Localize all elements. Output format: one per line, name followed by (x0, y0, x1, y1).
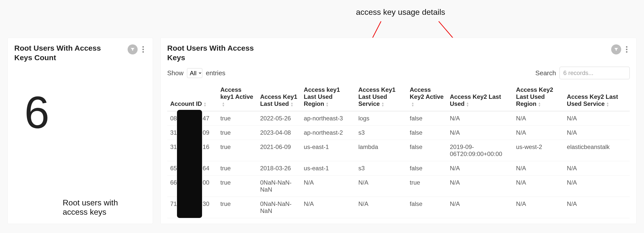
cell-k1-service: logs (355, 111, 407, 126)
more-icon[interactable] (140, 44, 146, 54)
count-value: 6 (24, 90, 146, 135)
table-row: 7130true0NaN-NaN-NaNN/AN/AfalseN/AN/AN/A (167, 197, 630, 218)
cell-k2-last-used: 2019-09-06T20:09:00+00:00 (447, 140, 513, 161)
show-select[interactable]: All (187, 68, 202, 78)
cell-k2-service: N/A (564, 161, 630, 176)
th-k1-service[interactable]: Access Key1 Last Used Service▲▼ (355, 83, 407, 111)
cell-k2-last-used: N/A (447, 197, 513, 218)
cell-k2-active: false (407, 140, 447, 161)
cell-k1-service: s3 (355, 126, 407, 140)
filter-icon[interactable] (611, 44, 621, 54)
cell-k2-region: N/A (513, 176, 564, 197)
cell-k2-last-used: N/A (447, 111, 513, 126)
redaction-block (177, 110, 202, 218)
cell-k2-last-used: N/A (447, 161, 513, 176)
cell-k1-region: us-east-1 (301, 140, 355, 161)
panel-count: Root Users With Access Keys Count 6 (8, 38, 153, 224)
table-row: 3109true2023-04-08ap-northeast-2s3falseN… (167, 126, 630, 140)
panel-table-title: Root Users With Access Keys (167, 43, 272, 62)
cell-k1-last-used: 2021-06-09 (257, 140, 301, 161)
cell-k2-active: false (407, 161, 447, 176)
cell-k1-last-used: 0NaN-NaN-NaN (257, 197, 301, 218)
cell-k1-region: N/A (301, 197, 355, 218)
search-input[interactable] (560, 67, 630, 79)
cell-k1-last-used: 2022-05-26 (257, 111, 301, 126)
svg-point-7 (626, 46, 627, 48)
cell-k2-region: N/A (513, 161, 564, 176)
search-label: Search (535, 69, 556, 77)
cell-k2-region: N/A (513, 197, 564, 218)
svg-point-4 (142, 46, 144, 48)
cell-k2-service: N/A (564, 197, 630, 218)
cell-k2-region: N/A (513, 126, 564, 140)
th-k2-region[interactable]: Access Key2 Last Used Region▲▼ (513, 83, 564, 111)
cell-k1-active: true (217, 197, 257, 218)
svg-point-5 (142, 49, 144, 50)
svg-point-8 (626, 49, 627, 50)
cell-k1-last-used: 0NaN-NaN-NaN (257, 176, 301, 197)
cell-k1-active: true (217, 176, 257, 197)
data-table: Account ID▲▼ Access key1 Active▲▼ Access… (167, 83, 630, 218)
more-icon[interactable] (624, 44, 630, 54)
show-label: Show (167, 69, 183, 77)
th-k2-active[interactable]: Access Key2 Active▲▼ (407, 83, 447, 111)
cell-k2-region: us-west-2 (513, 140, 564, 161)
cell-k2-active: false (407, 111, 447, 126)
th-k2-service[interactable]: Access Key2 Last Used Service▲▼ (564, 83, 630, 111)
cell-k1-active: true (217, 161, 257, 176)
svg-point-9 (626, 51, 627, 53)
cell-k2-region: N/A (513, 111, 564, 126)
cell-k1-last-used: 2023-04-08 (257, 126, 301, 140)
panel-table: Root Users With Access Keys Show All ent… (160, 38, 636, 224)
cell-k1-service: lambda (355, 140, 407, 161)
cell-k1-service: N/A (355, 197, 407, 218)
cell-k1-active: true (217, 126, 257, 140)
cell-k1-region: ap-northeast-2 (301, 126, 355, 140)
filter-icon[interactable] (128, 44, 138, 54)
table-row: 6600true0NaN-NaN-NaNN/AN/AtrueN/AN/AN/A (167, 176, 630, 197)
entries-label: entries (206, 69, 225, 77)
th-k2-last-used[interactable]: Access Key2 Last Used▲▼ (447, 83, 513, 111)
th-k1-active[interactable]: Access key1 Active▲▼ (217, 83, 257, 111)
table-row: 0847true2022-05-26ap-northeast-3logsfals… (167, 111, 630, 126)
th-account-id[interactable]: Account ID▲▼ (167, 83, 217, 111)
th-k1-region[interactable]: Access key1 Last Used Region▲▼ (301, 83, 355, 111)
cell-k1-region: us-east-1 (301, 161, 355, 176)
th-k1-last-used[interactable]: Access Key1 Last Used▲▼ (257, 83, 301, 111)
cell-k2-service: N/A (564, 111, 630, 126)
table-row: 6564true2018-03-26us-east-1s3falseN/AN/A… (167, 161, 630, 176)
cell-k1-active: true (217, 111, 257, 126)
cell-k1-service: s3 (355, 161, 407, 176)
cell-k2-last-used: N/A (447, 176, 513, 197)
cell-k2-service: elasticbeanstalk (564, 140, 630, 161)
cell-k2-service: N/A (564, 176, 630, 197)
table-row: 3116true2021-06-09us-east-1lambdafalse20… (167, 140, 630, 161)
cell-k1-region: N/A (301, 176, 355, 197)
cell-k1-service: N/A (355, 176, 407, 197)
cell-k1-last-used: 2018-03-26 (257, 161, 301, 176)
cell-k2-active: true (407, 176, 447, 197)
cell-k2-active: false (407, 197, 447, 218)
cell-k2-service: N/A (564, 126, 630, 140)
cell-k2-last-used: N/A (447, 126, 513, 140)
cell-k1-active: true (217, 140, 257, 161)
cell-k2-active: false (407, 126, 447, 140)
svg-point-6 (142, 51, 144, 53)
panel-count-title: Root Users With Access Keys Count (14, 43, 120, 62)
cell-k1-region: ap-northeast-3 (301, 111, 355, 126)
